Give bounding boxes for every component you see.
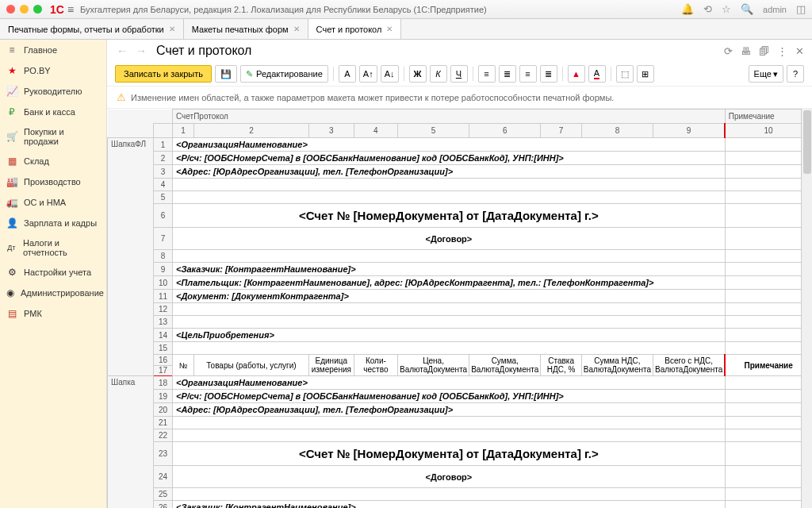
coin-icon: ₽ bbox=[6, 106, 17, 117]
sidebar-item-bank[interactable]: ₽Банк и касса bbox=[0, 102, 106, 122]
menu-dots-icon[interactable]: ⋮ bbox=[777, 45, 787, 57]
truck-icon: 🚛 bbox=[6, 197, 17, 208]
navigation-sidebar: ≡Главное ★PO.BY 📈Руководителю ₽Банк и ка… bbox=[0, 40, 107, 508]
gear-icon: ⚙ bbox=[6, 267, 17, 278]
italic-button[interactable]: К bbox=[430, 65, 447, 83]
floppy-icon: 💾 bbox=[220, 69, 232, 79]
boxes-icon: ▦ bbox=[6, 156, 17, 167]
align-right-button[interactable]: ≡ bbox=[519, 65, 537, 83]
user-label[interactable]: admin bbox=[763, 5, 787, 14]
fill-color-button[interactable]: ▲ bbox=[568, 65, 585, 83]
font-dec-button[interactable]: A↓ bbox=[381, 65, 399, 83]
warning-icon: ⚠ bbox=[117, 91, 126, 103]
section-shapka: Шапка bbox=[108, 376, 154, 509]
sidebar-item-assets[interactable]: 🚛ОС и НМА bbox=[0, 192, 106, 213]
chart-icon: 📈 bbox=[6, 86, 17, 97]
tab-invoice[interactable]: Счет и протокол✕ bbox=[308, 19, 402, 39]
spreadsheet-area[interactable]: СчетПротокол Примечание 1 2 3 4 5 6 7 8 … bbox=[107, 109, 812, 508]
font-inc-button[interactable]: A↑ bbox=[359, 65, 377, 83]
nav-forward-icon[interactable]: → bbox=[134, 43, 148, 59]
tab-layouts[interactable]: Макеты печатных форм✕ bbox=[184, 19, 308, 39]
help-button[interactable]: ? bbox=[787, 65, 804, 83]
merge-button[interactable]: ⬚ bbox=[616, 65, 634, 83]
sidebar-item-payroll[interactable]: 👤Зарплата и кадры bbox=[0, 213, 106, 233]
align-center-button[interactable]: ≣ bbox=[499, 65, 516, 83]
sidebar-item-manager[interactable]: 📈Руководителю bbox=[0, 81, 106, 102]
sidebar-item-settings[interactable]: ⚙Настройки учета bbox=[0, 262, 106, 283]
sidebar-toggle-icon[interactable]: ◫ bbox=[796, 3, 806, 15]
sidebar-item-taxes[interactable]: ДтНалоги и отчетность bbox=[0, 233, 106, 262]
underline-button[interactable]: Ч bbox=[450, 65, 468, 83]
save-close-button[interactable]: Записать и закрыть bbox=[115, 65, 212, 83]
star-icon[interactable]: ☆ bbox=[722, 3, 731, 15]
text-color-button[interactable]: A bbox=[588, 65, 606, 83]
refresh-icon[interactable]: ⟳ bbox=[724, 45, 733, 57]
tab-print-forms[interactable]: Печатные формы, отчеты и обработки✕ bbox=[0, 19, 184, 39]
title-toolbar: 🔔 ⟲ ☆ 🔍 admin ◫ bbox=[681, 3, 806, 15]
debit-icon: Дт bbox=[6, 244, 17, 252]
pencil-icon: ✎ bbox=[246, 69, 253, 79]
sidebar-item-poby[interactable]: ★PO.BY bbox=[0, 60, 106, 81]
edit-mode-button[interactable]: ✎Редактирование bbox=[240, 65, 328, 83]
sidebar-item-admin[interactable]: ◉Администрирование bbox=[0, 283, 106, 303]
person-icon: 👤 bbox=[6, 217, 17, 229]
chevron-down-icon: ▾ bbox=[773, 69, 778, 79]
sidebar-item-warehouse[interactable]: ▦Склад bbox=[0, 151, 106, 171]
main-menu-icon[interactable]: ≡ bbox=[67, 3, 74, 16]
nav-back-icon[interactable]: ← bbox=[115, 43, 129, 59]
content-area: ← → Счет и протокол ⟳ 🖶 🗐 ⋮ ✕ Записать и… bbox=[107, 40, 812, 508]
maximize-window[interactable] bbox=[33, 5, 42, 13]
print-icon[interactable]: 🖶 bbox=[741, 45, 751, 57]
more-button[interactable]: Еще▾ bbox=[749, 65, 783, 83]
sidebar-item-main[interactable]: ≡Главное bbox=[0, 40, 106, 60]
close-icon[interactable]: ✕ bbox=[293, 25, 300, 33]
star-icon: ★ bbox=[6, 65, 17, 76]
close-icon[interactable]: ✕ bbox=[386, 25, 393, 33]
warning-text: Изменение имен областей, а также парамет… bbox=[131, 93, 614, 102]
menu-icon: ≡ bbox=[6, 44, 17, 56]
page-header: ← → Счет и протокол ⟳ 🖶 🗐 ⋮ ✕ bbox=[107, 40, 812, 62]
editor-toolbar: Записать и закрыть 💾 ✎Редактирование A A… bbox=[107, 62, 812, 87]
vertical-scrollbar[interactable] bbox=[801, 109, 812, 508]
close-icon[interactable]: ✕ bbox=[169, 25, 175, 33]
save-button[interactable]: 💾 bbox=[215, 65, 237, 83]
history-icon[interactable]: ⟲ bbox=[703, 3, 712, 15]
factory-icon: 🏭 bbox=[6, 176, 17, 187]
warning-bar: ⚠ Изменение имен областей, а также парам… bbox=[107, 87, 812, 109]
section-shapkafl: ШапкаФЛ bbox=[108, 138, 154, 376]
close-page-icon[interactable]: ✕ bbox=[795, 45, 804, 57]
bell-icon[interactable]: 🔔 bbox=[681, 3, 694, 15]
bold-button[interactable]: Ж bbox=[409, 65, 427, 83]
font-button[interactable]: A bbox=[339, 65, 356, 83]
app-title: Бухгалтерия для Беларуси, редакция 2.1. … bbox=[80, 5, 681, 14]
search-icon[interactable]: 🔍 bbox=[741, 3, 753, 15]
align-left-button[interactable]: ≡ bbox=[478, 65, 496, 83]
list-icon: ▤ bbox=[6, 308, 17, 319]
sidebar-item-sales[interactable]: 🛒Покупки и продажи bbox=[0, 122, 106, 151]
sidebar-item-rmk[interactable]: ▤РМК bbox=[0, 303, 106, 324]
window-controls bbox=[6, 5, 42, 13]
window-titlebar: 1C ≡ Бухгалтерия для Беларуси, редакция … bbox=[0, 0, 812, 19]
region-note-label: Примечание bbox=[725, 110, 811, 124]
export-icon[interactable]: 🗐 bbox=[759, 45, 769, 57]
page-title: Счет и протокол bbox=[156, 44, 251, 58]
region-label: СчетПротокол bbox=[173, 110, 726, 124]
spreadsheet-grid[interactable]: СчетПротокол Примечание 1 2 3 4 5 6 7 8 … bbox=[107, 109, 812, 508]
admin-icon: ◉ bbox=[6, 287, 14, 298]
align-justify-button[interactable]: ≣ bbox=[540, 65, 557, 83]
document-tabs: Печатные формы, отчеты и обработки✕ Маке… bbox=[0, 19, 812, 40]
close-window[interactable] bbox=[6, 5, 15, 13]
app-logo: 1C bbox=[50, 3, 64, 16]
cart-icon: 🛒 bbox=[6, 131, 17, 142]
sidebar-item-production[interactable]: 🏭Производство bbox=[0, 171, 106, 192]
minimize-window[interactable] bbox=[20, 5, 29, 13]
split-button[interactable]: ⊞ bbox=[637, 65, 654, 83]
